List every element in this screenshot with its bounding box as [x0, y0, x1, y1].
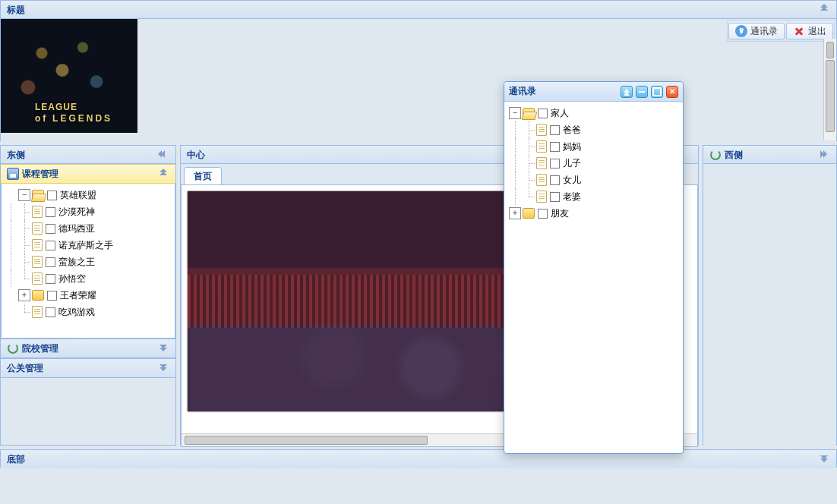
- tree-node-leaf[interactable]: 女儿: [506, 172, 681, 188]
- window-minimize-button[interactable]: [636, 86, 648, 98]
- expand-bottom-icon[interactable]: [819, 454, 830, 465]
- tree-label: 爸爸: [563, 124, 581, 137]
- tree-label: 吃鸡游戏: [58, 306, 95, 319]
- exit-button-label: 退出: [808, 25, 826, 38]
- top-panel-body: LEAGUE of LEGENDS 通讯录 退出: [1, 19, 836, 141]
- expand-toggle[interactable]: −: [509, 107, 521, 119]
- tree-label: 老婆: [563, 191, 581, 203]
- checkbox[interactable]: [538, 209, 548, 219]
- tree-node-leaf[interactable]: 德玛西亚: [2, 220, 175, 237]
- tree-node-hok[interactable]: + 王者荣耀: [2, 287, 175, 304]
- tree-label: 蛮族之王: [58, 256, 95, 269]
- window-maximize-button[interactable]: [651, 86, 663, 98]
- accordion-school-header[interactable]: 院校管理: [1, 339, 175, 358]
- accordion-course-collapse-icon[interactable]: [158, 169, 169, 180]
- banner-text: LEAGUE of LEGENDS: [35, 101, 112, 124]
- checkbox[interactable]: [550, 125, 560, 135]
- accordion-pr-label: 公关管理: [7, 362, 43, 375]
- expand-toggle[interactable]: −: [18, 189, 30, 201]
- document-icon: [32, 239, 43, 251]
- tree-node-leaf[interactable]: 爸爸: [506, 121, 681, 138]
- document-icon: [536, 124, 547, 136]
- accordion-pr-header[interactable]: 公关管理: [1, 358, 175, 378]
- accordion-course-header[interactable]: 课程管理: [1, 164, 175, 184]
- checkbox[interactable]: [46, 224, 55, 234]
- accordion-course-label: 课程管理: [22, 168, 58, 181]
- checkbox[interactable]: [538, 109, 548, 118]
- expand-toggle[interactable]: +: [18, 289, 30, 301]
- checkbox[interactable]: [47, 191, 57, 200]
- contacts-window: 通讯录 − 家人 爸爸: [504, 81, 684, 454]
- tree-node-lol[interactable]: − 英雄联盟: [2, 187, 175, 203]
- tree-label: 沙漠死神: [58, 206, 95, 219]
- tree-node-family[interactable]: − 家人: [506, 105, 681, 121]
- tree-node-leaf[interactable]: 蛮族之王: [2, 254, 175, 270]
- tree-label: 朋友: [551, 207, 569, 220]
- exit-button[interactable]: 退出: [786, 23, 833, 39]
- tree-label: 女儿: [563, 174, 581, 187]
- east-panel-title: 西侧: [725, 149, 743, 161]
- checkbox[interactable]: [47, 291, 57, 301]
- tree-node-pubg[interactable]: 吃鸡游戏: [2, 304, 175, 320]
- course-tree: − 英雄联盟 沙漠死神: [2, 187, 175, 320]
- contacts-button-label: 通讯录: [750, 25, 778, 38]
- checkbox[interactable]: [46, 307, 55, 317]
- checkbox[interactable]: [550, 142, 560, 152]
- banner-of: of: [35, 113, 48, 124]
- contacts-window-header[interactable]: 通讯录: [504, 82, 683, 102]
- folder-open-icon: [523, 108, 535, 118]
- tree-node-leaf[interactable]: 诺克萨斯之手: [2, 237, 175, 254]
- document-icon: [32, 272, 43, 285]
- tree-node-leaf[interactable]: 老婆: [506, 188, 681, 205]
- accordion-course: 课程管理 − 英雄联盟: [1, 164, 175, 339]
- tree-label: 孙悟空: [58, 272, 86, 285]
- checkbox[interactable]: [550, 159, 560, 169]
- tree-node-leaf[interactable]: 妈妈: [506, 138, 681, 155]
- accordion-school: 院校管理: [1, 339, 175, 358]
- tree-label: 德玛西亚: [58, 222, 95, 235]
- tree-node-friends[interactable]: + 朋友: [506, 205, 681, 222]
- top-scrollbar[interactable]: [823, 39, 836, 140]
- refresh-icon: [709, 149, 722, 161]
- accordion-course-body: − 英雄联盟 沙漠死神: [1, 184, 175, 339]
- checkbox[interactable]: [46, 257, 55, 267]
- accordion-pr: 公关管理: [1, 358, 175, 378]
- checkbox[interactable]: [550, 192, 560, 202]
- checkbox[interactable]: [46, 241, 55, 250]
- accordion-school-expand-icon[interactable]: [158, 343, 169, 354]
- tree-node-leaf[interactable]: 儿子: [506, 155, 681, 172]
- contacts-tree: − 家人 爸爸 妈妈: [506, 105, 681, 222]
- window-close-button[interactable]: [666, 86, 678, 98]
- contacts-window-tools: [621, 86, 678, 98]
- top-toolbar: 通讯录 退出: [727, 20, 835, 42]
- document-icon: [536, 174, 547, 186]
- window-collapse-button[interactable]: [621, 86, 633, 98]
- west-panel-title: 东侧: [7, 149, 25, 161]
- checkbox[interactable]: [46, 207, 55, 217]
- contacts-button[interactable]: 通讯录: [728, 23, 785, 39]
- collapse-east-icon[interactable]: [819, 149, 830, 160]
- top-panel-title: 标题: [7, 4, 25, 16]
- disk-icon: [7, 168, 19, 180]
- collapse-west-icon[interactable]: [158, 149, 169, 160]
- help-icon: [735, 25, 747, 37]
- checkbox[interactable]: [550, 175, 560, 185]
- tree-label: 英雄联盟: [60, 189, 96, 202]
- center-panel-title: 中心: [187, 149, 205, 161]
- expand-toggle[interactable]: +: [509, 207, 521, 219]
- document-icon: [32, 306, 43, 318]
- accordion-pr-expand-icon[interactable]: [158, 363, 169, 374]
- checkbox[interactable]: [46, 274, 55, 284]
- west-panel-header: 东侧: [1, 146, 175, 164]
- tree-node-leaf[interactable]: 沙漠死神: [2, 203, 175, 220]
- document-icon: [32, 206, 43, 218]
- tab-home[interactable]: 首页: [184, 167, 222, 184]
- refresh-icon: [7, 342, 19, 354]
- tree-label: 儿子: [563, 157, 581, 170]
- tree-node-leaf[interactable]: 孙悟空: [2, 270, 175, 287]
- west-panel-body: 课程管理 − 英雄联盟: [1, 164, 175, 378]
- folder-icon: [32, 290, 44, 301]
- document-icon: [536, 191, 547, 203]
- collapse-top-icon[interactable]: [819, 4, 830, 15]
- accordion-school-label: 院校管理: [22, 342, 58, 355]
